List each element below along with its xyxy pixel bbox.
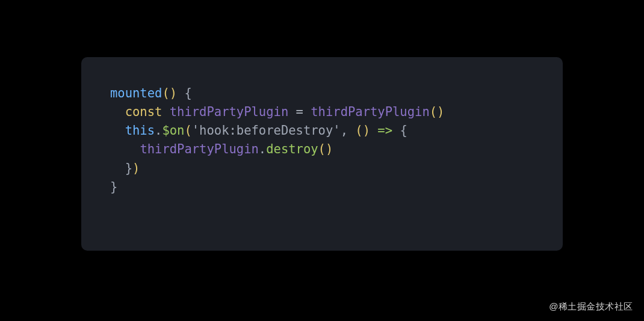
token-variable: thirdPartyPlugin — [170, 105, 288, 119]
token-paren: () — [430, 105, 445, 119]
token-string: 'hook:beforeDestroy' — [192, 123, 341, 138]
token-operator: = — [296, 105, 303, 119]
token-paren: ) — [132, 161, 140, 176]
token-method: $on — [162, 123, 184, 138]
token-variable: thirdPartyPlugin — [140, 142, 258, 156]
code-content: mounted() { const thirdPartyPlugin = thi… — [110, 84, 534, 197]
token-this: this — [125, 123, 155, 138]
token-arrow: => — [377, 123, 392, 138]
token-paren: () — [318, 142, 333, 156]
token-brace: } — [110, 180, 117, 194]
token-comma: , — [341, 123, 356, 138]
token-function: mounted — [110, 86, 162, 100]
token-indent — [110, 142, 140, 156]
watermark-text: @稀土掘金技术社区 — [549, 301, 633, 313]
token-paren: () — [355, 123, 370, 138]
token-keyword: const — [125, 105, 163, 119]
token-brace: { — [177, 86, 192, 100]
token-indent — [110, 123, 125, 138]
token-paren: ( — [184, 123, 191, 138]
token-dot: . — [259, 142, 266, 156]
token-brace: } — [125, 161, 132, 176]
code-block: mounted() { const thirdPartyPlugin = thi… — [81, 57, 563, 251]
token-indent — [110, 161, 125, 176]
token-dot: . — [155, 123, 162, 138]
token-paren: () — [162, 86, 177, 100]
token-indent — [110, 105, 125, 119]
token-variable: thirdPartyPlugin — [311, 105, 429, 119]
token-brace: { — [400, 123, 407, 138]
token-method: destroy — [266, 142, 318, 156]
